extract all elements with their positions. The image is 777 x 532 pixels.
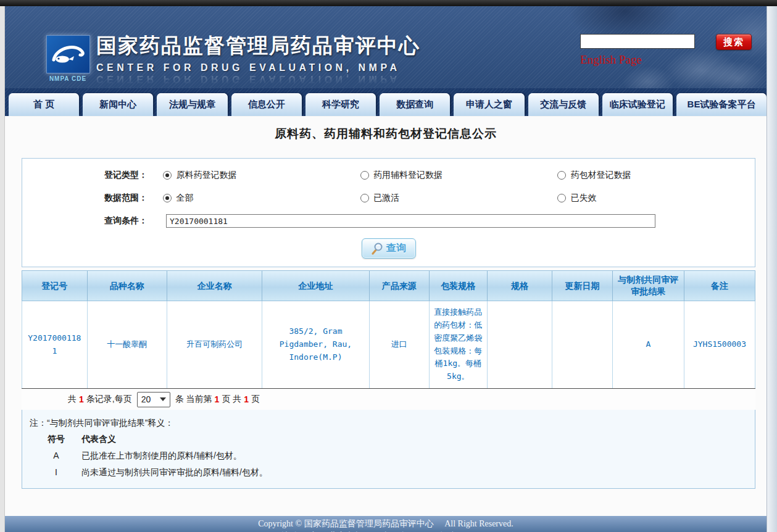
nav-tab-info-disclosure[interactable]: 信息公开 [231, 93, 302, 116]
radio-unselected-icon[interactable] [557, 194, 566, 202]
browser-top-strip [0, 0, 777, 6]
page-size-value: 20 [141, 394, 151, 404]
legend-notes-panel: 注：“与制剂共同审评审批结果”释义： 符号 代表含义 A 已批准在上市制剂使用的… [22, 410, 755, 489]
radio-excipient-data-label: 药用辅料登记数据 [373, 170, 443, 181]
data-scope-row: 数据范围： 全部 已激活 已失效 [22, 189, 755, 207]
main-navigation: 首 页 新闻中心 法规与规章 信息公开 科学研究 数据查询 申请人之窗 交流与反… [5, 88, 767, 116]
radio-scope-all[interactable]: 全部 [163, 193, 360, 204]
nav-tab-news[interactable]: 新闻中心 [83, 93, 153, 116]
site-title-english: CENTER FOR DRUG EVALUATION, NMPA [96, 62, 420, 73]
english-page-link[interactable]: English Page [580, 53, 642, 67]
radio-packaging-data[interactable]: 药包材登记数据 [557, 170, 755, 181]
col-product-source: 产品来源 [370, 271, 430, 301]
nav-tab-feedback[interactable]: 交流与反馈 [528, 93, 599, 116]
legend-meaning-i: 尚未通过与制剂共同审评审批的原料/辅料/包材。 [81, 464, 268, 481]
cde-logo-icon [46, 35, 90, 73]
pagination-bar: 共 1 条记录,每页 20 条 当前第 1 页 共 1 页 [22, 388, 755, 410]
radio-selected-icon[interactable] [163, 194, 172, 202]
pagination-unit: 条 [175, 394, 184, 405]
site-header: NMPA CDE 国家药品监督管理局药品审评中心 CENTER FOR DRUG… [5, 6, 767, 88]
radio-scope-expired-label: 已失效 [570, 193, 596, 204]
pagination-current-prefix: 当前第 [186, 394, 212, 405]
fish-swoosh-icon [50, 39, 86, 70]
radio-unselected-icon[interactable] [360, 194, 369, 202]
legend-header-row: 符号 代表含义 [30, 431, 747, 447]
legend-symbol-i: I [38, 464, 74, 481]
nav-tab-research[interactable]: 科学研究 [305, 93, 376, 116]
main-content: 原料药、药用辅料和药包材登记信息公示 登记类型： 原料药登记数据 药用辅料登记数… [5, 116, 767, 502]
radio-scope-expired[interactable]: 已失效 [557, 193, 755, 204]
nav-tab-be-platform[interactable]: BE试验备案平台 [676, 93, 767, 116]
table-header-row: 登记号 品种名称 企业名称 企业地址 产品来源 包装规格 规格 更新日期 与制剂… [22, 270, 755, 301]
query-button-label: 查询 [386, 242, 407, 255]
nav-tab-regulations[interactable]: 法规与规章 [157, 93, 227, 116]
col-product-name: 品种名称 [88, 271, 167, 301]
legend-symbol-a: A [38, 447, 74, 464]
col-registration-no: 登记号 [22, 271, 88, 301]
page-title: 原料药、药用辅料和药包材登记信息公示 [5, 116, 767, 143]
pagination-total-suffix: 条记录,每页 [86, 394, 132, 405]
col-packaging-spec: 包装规格 [430, 271, 488, 301]
cell-company-address: 385/2, Gram Pigdamber, Rau, Indore(M.P) [262, 301, 369, 388]
radio-unselected-icon[interactable] [360, 171, 369, 180]
results-table: 登记号 品种名称 企业名称 企业地址 产品来源 包装规格 规格 更新日期 与制剂… [22, 270, 755, 388]
col-joint-review-result: 与制剂共同审评审批结果 [613, 271, 684, 301]
col-company-address: 企业地址 [262, 271, 369, 301]
page-size-select[interactable]: 20 [137, 392, 170, 407]
legend-symbol-header: 符号 [38, 431, 74, 447]
legend-item-a: A 已批准在上市制剂使用的原料/辅料/包材。 [30, 447, 747, 464]
nav-tab-clinical-trial[interactable]: 临床试验登记 [602, 93, 673, 116]
site-title-reflection: CENTER FOR DRUG EVALUATION, NMPA [96, 73, 420, 85]
radio-scope-all-label: 全部 [176, 193, 193, 204]
site-title-block: 国家药品监督管理局药品审评中心 CENTER FOR DRUG EVALUATI… [96, 32, 420, 85]
legend-meaning-a: 已批准在上市制剂使用的原料/辅料/包材。 [81, 447, 242, 464]
site-search-button[interactable]: 搜索 [716, 34, 752, 50]
legend-item-i: I 尚未通过与制剂共同审评审批的原料/辅料/包材。 [30, 464, 747, 481]
cde-logo[interactable]: NMPA CDE [46, 35, 90, 82]
pagination-total-prefix: 共 [68, 394, 77, 405]
query-submit-button[interactable]: 查询 [362, 238, 416, 259]
table-row: Y20170001181 十一酸睾酮 升百可制药公司 385/2, Gram P… [22, 301, 755, 388]
pagination-total-count: 1 [77, 394, 86, 404]
query-condition-row: 查询条件： [22, 212, 755, 230]
radio-scope-activated[interactable]: 已激活 [360, 193, 558, 204]
col-spec: 规格 [488, 271, 553, 301]
site-footer: Copyright © 国家药品监督管理局药品审评中心 All Right Re… [5, 516, 767, 532]
nav-tab-data-query[interactable]: 数据查询 [380, 93, 450, 116]
site-title-chinese: 国家药品监督管理局药品审评中心 [96, 32, 420, 60]
radio-excipient-data[interactable]: 药用辅料登记数据 [360, 170, 558, 181]
footer-copyright: Copyright © 国家药品监督管理局药品审评中心 All Right Re… [5, 518, 767, 530]
header-search-area: 搜索 English Page [580, 34, 760, 67]
cell-product-source: 进口 [370, 301, 430, 388]
chevron-down-icon [160, 397, 166, 401]
search-icon [370, 242, 383, 256]
legend-meaning-header: 代表含义 [81, 431, 116, 447]
query-form-panel: 登记类型： 原料药登记数据 药用辅料登记数据 药包材登记数据 数据范围： [22, 158, 755, 267]
radio-api-data-label: 原料药登记数据 [176, 170, 236, 181]
cell-joint-review-result: A [613, 301, 684, 388]
query-condition-label: 查询条件： [104, 215, 166, 227]
radio-api-data[interactable]: 原料药登记数据 [163, 170, 360, 181]
site-search-input[interactable] [580, 34, 695, 49]
cell-packaging-spec: 直接接触药品的药包材：低密度聚乙烯袋包装规格：每桶1kg。每桶5kg。 [430, 301, 488, 388]
col-update-date: 更新日期 [552, 271, 612, 301]
registration-type-label: 登记类型： [104, 170, 163, 181]
nav-tab-home[interactable]: 首 页 [9, 93, 79, 116]
page-container: NMPA CDE 国家药品监督管理局药品审评中心 CENTER FOR DRUG… [5, 6, 767, 532]
nav-tab-applicant-window[interactable]: 申请人之窗 [454, 93, 524, 116]
cell-registration-no: Y20170001181 [22, 301, 88, 388]
radio-unselected-icon[interactable] [557, 171, 566, 180]
cell-company-name: 升百可制药公司 [167, 301, 262, 388]
pagination-mid: 页 共 [222, 394, 241, 405]
legend-title: 注：“与制剂共同审评审批结果”释义： [30, 415, 747, 431]
radio-selected-icon[interactable] [163, 171, 172, 180]
data-scope-label: 数据范围： [104, 193, 163, 204]
cell-remarks: JYHS1500003 [684, 301, 755, 388]
query-condition-input[interactable] [166, 214, 655, 228]
pagination-current-page: 1 [212, 394, 222, 404]
cell-update-date [552, 301, 612, 388]
pagination-suffix: 页 [251, 394, 260, 405]
vertical-scrollbar[interactable] [767, 6, 777, 532]
col-remarks: 备注 [684, 271, 755, 301]
logo-caption: NMPA CDE [46, 75, 90, 82]
